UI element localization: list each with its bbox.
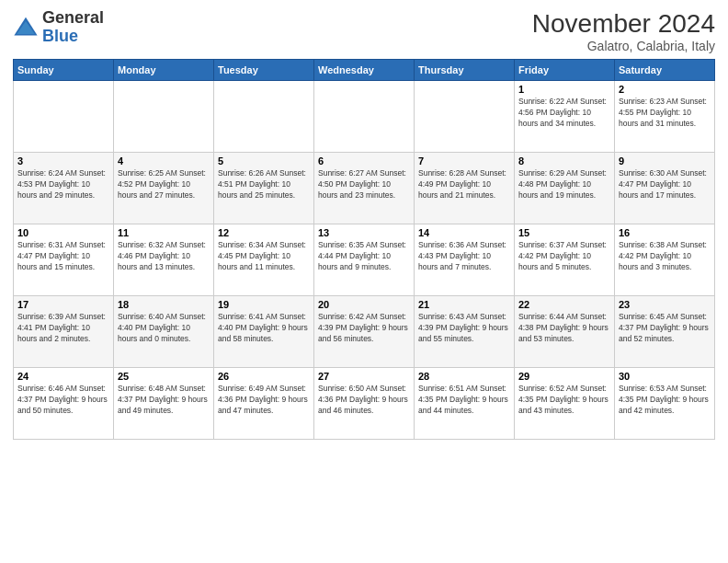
day-info: Sunrise: 6:24 AM Sunset: 4:53 PM Dayligh… xyxy=(17,168,109,201)
day-info: Sunrise: 6:35 AM Sunset: 4:44 PM Dayligh… xyxy=(318,240,410,273)
calendar-cell: 16Sunrise: 6:38 AM Sunset: 4:42 PM Dayli… xyxy=(615,224,715,296)
day-number: 16 xyxy=(619,227,711,238)
calendar-week-row: 24Sunrise: 6:46 AM Sunset: 4:37 PM Dayli… xyxy=(14,368,715,440)
day-number: 8 xyxy=(518,155,610,167)
calendar-cell xyxy=(214,81,314,153)
day-number: 10 xyxy=(17,227,109,238)
day-info: Sunrise: 6:53 AM Sunset: 4:35 PM Dayligh… xyxy=(619,384,711,417)
day-number: 17 xyxy=(17,299,109,310)
day-number: 7 xyxy=(418,155,510,167)
day-number: 22 xyxy=(518,299,610,310)
day-info: Sunrise: 6:22 AM Sunset: 4:56 PM Dayligh… xyxy=(518,97,610,130)
day-info: Sunrise: 6:38 AM Sunset: 4:42 PM Dayligh… xyxy=(619,240,711,273)
calendar-cell: 22Sunrise: 6:44 AM Sunset: 4:38 PM Dayli… xyxy=(515,296,615,368)
calendar-week-row: 1Sunrise: 6:22 AM Sunset: 4:56 PM Daylig… xyxy=(14,81,715,153)
calendar-cell: 8Sunrise: 6:29 AM Sunset: 4:48 PM Daylig… xyxy=(515,153,615,224)
logo-general: General xyxy=(42,8,104,27)
weekday-header: Monday xyxy=(114,60,214,81)
weekday-header: Tuesday xyxy=(214,60,314,81)
calendar-week-row: 17Sunrise: 6:39 AM Sunset: 4:41 PM Dayli… xyxy=(14,296,715,368)
calendar-cell: 26Sunrise: 6:49 AM Sunset: 4:36 PM Dayli… xyxy=(214,368,314,440)
calendar-week-row: 3Sunrise: 6:24 AM Sunset: 4:53 PM Daylig… xyxy=(14,153,715,224)
logo: General Blue xyxy=(13,9,104,46)
calendar-cell: 4Sunrise: 6:25 AM Sunset: 4:52 PM Daylig… xyxy=(114,153,214,224)
calendar-cell xyxy=(314,81,415,153)
calendar-cell: 3Sunrise: 6:24 AM Sunset: 4:53 PM Daylig… xyxy=(14,153,114,224)
calendar-cell: 12Sunrise: 6:34 AM Sunset: 4:45 PM Dayli… xyxy=(214,224,314,296)
day-info: Sunrise: 6:39 AM Sunset: 4:41 PM Dayligh… xyxy=(17,312,109,345)
logo-icon xyxy=(13,15,39,40)
day-info: Sunrise: 6:30 AM Sunset: 4:47 PM Dayligh… xyxy=(619,168,711,201)
calendar-cell: 7Sunrise: 6:28 AM Sunset: 4:49 PM Daylig… xyxy=(415,153,515,224)
day-info: Sunrise: 6:43 AM Sunset: 4:39 PM Dayligh… xyxy=(418,312,510,345)
calendar-cell: 17Sunrise: 6:39 AM Sunset: 4:41 PM Dayli… xyxy=(14,296,114,368)
day-number: 30 xyxy=(619,371,711,382)
calendar-cell: 21Sunrise: 6:43 AM Sunset: 4:39 PM Dayli… xyxy=(415,296,515,368)
day-info: Sunrise: 6:37 AM Sunset: 4:42 PM Dayligh… xyxy=(518,240,610,273)
calendar-cell: 15Sunrise: 6:37 AM Sunset: 4:42 PM Dayli… xyxy=(515,224,615,296)
day-number: 24 xyxy=(17,371,109,382)
calendar-cell: 23Sunrise: 6:45 AM Sunset: 4:37 PM Dayli… xyxy=(615,296,715,368)
calendar-table: SundayMondayTuesdayWednesdayThursdayFrid… xyxy=(13,59,715,440)
day-info: Sunrise: 6:52 AM Sunset: 4:35 PM Dayligh… xyxy=(518,384,610,417)
day-number: 19 xyxy=(218,299,310,310)
weekday-header: Friday xyxy=(515,60,615,81)
day-number: 23 xyxy=(619,299,711,310)
calendar-cell: 25Sunrise: 6:48 AM Sunset: 4:37 PM Dayli… xyxy=(114,368,214,440)
logo-blue: Blue xyxy=(42,27,78,45)
day-info: Sunrise: 6:45 AM Sunset: 4:37 PM Dayligh… xyxy=(619,312,711,345)
day-info: Sunrise: 6:36 AM Sunset: 4:43 PM Dayligh… xyxy=(418,240,510,273)
title-area: November 2024 Galatro, Calabria, Italy xyxy=(532,9,715,53)
calendar-cell: 5Sunrise: 6:26 AM Sunset: 4:51 PM Daylig… xyxy=(214,153,314,224)
calendar-cell: 2Sunrise: 6:23 AM Sunset: 4:55 PM Daylig… xyxy=(615,81,715,153)
day-info: Sunrise: 6:23 AM Sunset: 4:55 PM Dayligh… xyxy=(619,97,711,130)
day-number: 11 xyxy=(118,227,210,238)
day-info: Sunrise: 6:32 AM Sunset: 4:46 PM Dayligh… xyxy=(118,240,210,273)
day-number: 27 xyxy=(318,371,410,382)
calendar-cell: 18Sunrise: 6:40 AM Sunset: 4:40 PM Dayli… xyxy=(114,296,214,368)
calendar-cell: 1Sunrise: 6:22 AM Sunset: 4:56 PM Daylig… xyxy=(515,81,615,153)
calendar-week-row: 10Sunrise: 6:31 AM Sunset: 4:47 PM Dayli… xyxy=(14,224,715,296)
day-info: Sunrise: 6:41 AM Sunset: 4:40 PM Dayligh… xyxy=(218,312,310,345)
day-number: 6 xyxy=(318,155,410,167)
day-info: Sunrise: 6:40 AM Sunset: 4:40 PM Dayligh… xyxy=(118,312,210,345)
day-info: Sunrise: 6:29 AM Sunset: 4:48 PM Dayligh… xyxy=(518,168,610,201)
day-info: Sunrise: 6:26 AM Sunset: 4:51 PM Dayligh… xyxy=(218,168,310,201)
day-info: Sunrise: 6:50 AM Sunset: 4:36 PM Dayligh… xyxy=(318,384,410,417)
main-container: General Blue November 2024 Galatro, Cala… xyxy=(0,0,728,449)
day-number: 25 xyxy=(118,371,210,382)
calendar-cell: 27Sunrise: 6:50 AM Sunset: 4:36 PM Dayli… xyxy=(314,368,415,440)
day-number: 18 xyxy=(118,299,210,310)
calendar-cell: 30Sunrise: 6:53 AM Sunset: 4:35 PM Dayli… xyxy=(615,368,715,440)
header: General Blue November 2024 Galatro, Cala… xyxy=(13,9,715,53)
calendar-cell xyxy=(415,81,515,153)
calendar-cell: 24Sunrise: 6:46 AM Sunset: 4:37 PM Dayli… xyxy=(14,368,114,440)
day-info: Sunrise: 6:42 AM Sunset: 4:39 PM Dayligh… xyxy=(318,312,410,345)
day-number: 21 xyxy=(418,299,510,310)
day-info: Sunrise: 6:28 AM Sunset: 4:49 PM Dayligh… xyxy=(418,168,510,201)
day-info: Sunrise: 6:44 AM Sunset: 4:38 PM Dayligh… xyxy=(518,312,610,345)
calendar-cell: 20Sunrise: 6:42 AM Sunset: 4:39 PM Dayli… xyxy=(314,296,415,368)
calendar-cell: 14Sunrise: 6:36 AM Sunset: 4:43 PM Dayli… xyxy=(415,224,515,296)
day-number: 5 xyxy=(218,155,310,167)
day-number: 29 xyxy=(518,371,610,382)
day-number: 28 xyxy=(418,371,510,382)
calendar-cell: 13Sunrise: 6:35 AM Sunset: 4:44 PM Dayli… xyxy=(314,224,415,296)
calendar-cell: 6Sunrise: 6:27 AM Sunset: 4:50 PM Daylig… xyxy=(314,153,415,224)
day-number: 4 xyxy=(118,155,210,167)
weekday-header: Sunday xyxy=(14,60,114,81)
day-number: 15 xyxy=(518,227,610,238)
day-info: Sunrise: 6:34 AM Sunset: 4:45 PM Dayligh… xyxy=(218,240,310,273)
calendar-cell xyxy=(114,81,214,153)
day-number: 20 xyxy=(318,299,410,310)
calendar-cell: 19Sunrise: 6:41 AM Sunset: 4:40 PM Dayli… xyxy=(214,296,314,368)
weekday-header: Saturday xyxy=(615,60,715,81)
day-info: Sunrise: 6:25 AM Sunset: 4:52 PM Dayligh… xyxy=(118,168,210,201)
weekday-header: Thursday xyxy=(415,60,515,81)
day-number: 9 xyxy=(619,155,711,167)
day-number: 2 xyxy=(619,84,711,95)
logo-text: General Blue xyxy=(42,9,104,46)
day-info: Sunrise: 6:51 AM Sunset: 4:35 PM Dayligh… xyxy=(418,384,510,417)
day-number: 3 xyxy=(17,155,109,167)
calendar-cell: 28Sunrise: 6:51 AM Sunset: 4:35 PM Dayli… xyxy=(415,368,515,440)
